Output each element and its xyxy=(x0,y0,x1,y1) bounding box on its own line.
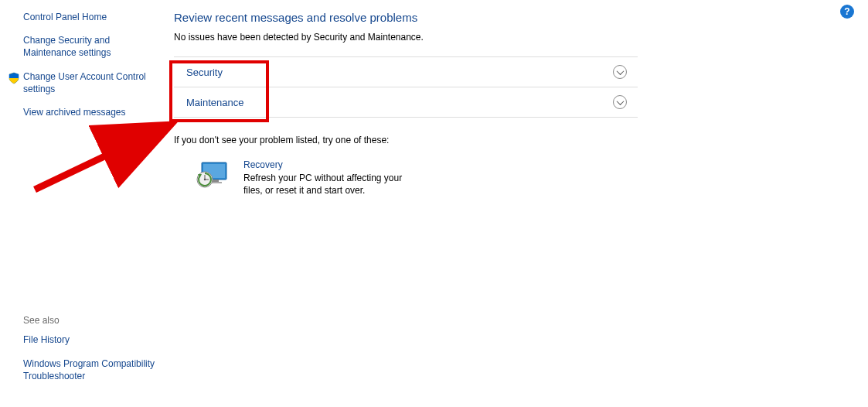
see-also-section: See also File History Windows Program Co… xyxy=(23,315,162,393)
recovery-item: Recovery Refresh your PC without affecti… xyxy=(174,159,638,197)
recovery-text: Recovery Refresh your PC without affecti… xyxy=(243,159,414,197)
recovery-icon xyxy=(196,159,230,190)
control-panel-home-link[interactable]: Control Panel Home xyxy=(23,11,155,23)
chevron-down-icon xyxy=(613,65,627,79)
page-title: Review recent messages and resolve probl… xyxy=(174,11,638,24)
recovery-description: Refresh your PC without affecting your f… xyxy=(243,172,414,197)
change-security-settings-link[interactable]: Change Security and Maintenance settings xyxy=(23,34,155,59)
recovery-link[interactable]: Recovery xyxy=(243,159,414,170)
change-uac-settings-link[interactable]: Change User Account Control settings xyxy=(23,70,155,95)
view-archived-messages-link[interactable]: View archived messages xyxy=(23,106,155,118)
main-content: Review recent messages and resolve probl… xyxy=(174,11,638,197)
maintenance-section[interactable]: Maintenance xyxy=(174,87,638,118)
help-icon[interactable]: ? xyxy=(840,5,854,19)
maintenance-label: Maintenance xyxy=(186,97,243,108)
status-text: No issues have been detected by Security… xyxy=(174,32,638,43)
security-section[interactable]: Security xyxy=(174,56,638,87)
security-label: Security xyxy=(186,67,223,78)
file-history-link[interactable]: File History xyxy=(23,333,162,346)
see-also-heading: See also xyxy=(23,315,162,326)
accordion-group: Security Maintenance xyxy=(174,56,638,118)
chevron-down-icon xyxy=(613,95,627,109)
hint-text: If you don't see your problem listed, tr… xyxy=(174,135,638,145)
sidebar: Control Panel Home Change Security and M… xyxy=(0,0,162,137)
compatibility-troubleshooter-link[interactable]: Windows Program Compatibility Troublesho… xyxy=(23,357,162,382)
